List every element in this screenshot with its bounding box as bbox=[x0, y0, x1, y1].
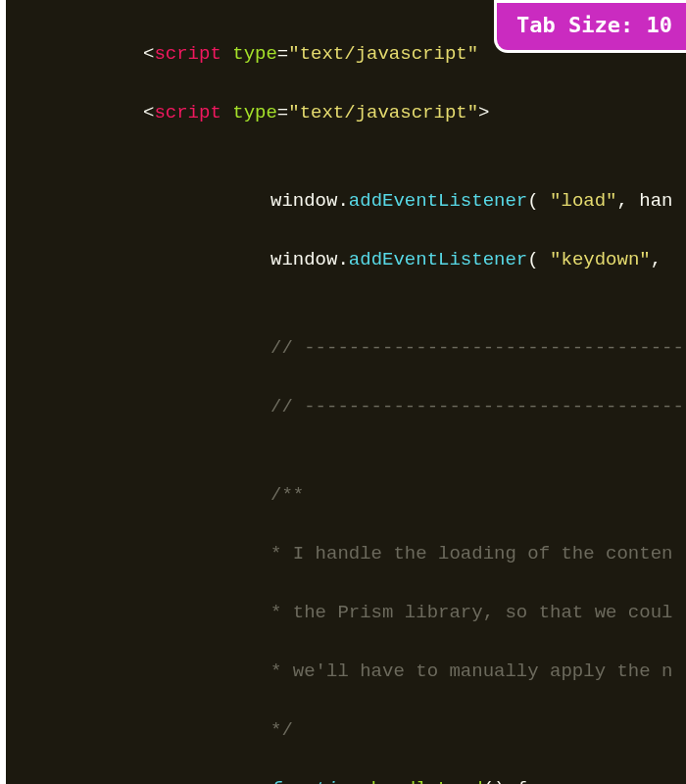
code-line: * we'll have to manually apply the n bbox=[6, 657, 686, 686]
code-line: window.addEventListener( "load", han bbox=[6, 186, 686, 216]
code-line: */ bbox=[6, 715, 686, 745]
code-line: /** bbox=[6, 480, 686, 510]
tab-size-label: Tab Size: 10 bbox=[516, 13, 672, 37]
tab-size-badge[interactable]: Tab Size: 10 bbox=[494, 0, 686, 53]
code-line: function handleLoad() { bbox=[6, 774, 686, 784]
code-line: window.addEventListener( "keydown", bbox=[6, 245, 686, 274]
code-line: // ------------------------------------ bbox=[6, 333, 686, 363]
code-line: <script type="text/javascript"> bbox=[6, 98, 686, 127]
code-editor[interactable]: <script type="text/javascript" <script t… bbox=[6, 0, 686, 784]
code-line: // ------------------------------------ bbox=[6, 392, 686, 421]
code-line: * the Prism library, so that we coul bbox=[6, 598, 686, 627]
code-line: * I handle the loading of the conten bbox=[6, 539, 686, 568]
